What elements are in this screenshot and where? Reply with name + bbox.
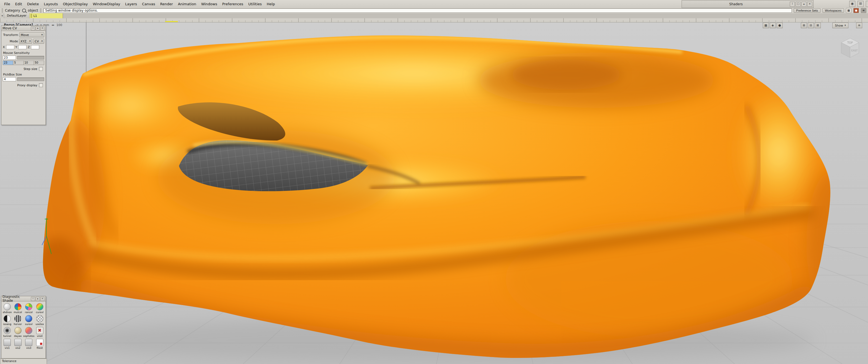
sphere-multicolor-icon xyxy=(14,303,22,310)
move-cv-titlebar[interactable]: Move CV i ▴ × xyxy=(1,26,45,31)
zoom-stepper-icon[interactable]: ◄► xyxy=(51,24,54,26)
shade-mode-curevl[interactable]: curevl xyxy=(34,302,45,314)
z-input[interactable] xyxy=(31,45,39,49)
transform-value: Move xyxy=(21,33,40,37)
timeline-ruler[interactable] xyxy=(0,18,868,22)
close-icon[interactable]: × xyxy=(40,297,44,301)
scroll-left-icon[interactable]: ◄ xyxy=(0,13,4,18)
layout-single-icon[interactable]: ⊞ xyxy=(801,23,807,28)
shade-mode-vred[interactable]: vred xyxy=(34,326,45,338)
preset-50[interactable]: 50 xyxy=(34,61,44,65)
timeline-current-range[interactable] xyxy=(165,21,178,22)
perspective-view[interactable]: TOP EAST xyxy=(0,22,868,364)
prompt-drag-handle[interactable] xyxy=(40,8,41,12)
shade-mode-usetex[interactable]: usetex xyxy=(34,314,45,326)
shade-mode-filest[interactable]: filest xyxy=(34,338,45,350)
workspaces-button[interactable]: Workspaces xyxy=(823,8,844,13)
shade-mode-rancol[interactable]: rancol xyxy=(23,302,34,314)
menu-windowdisplay[interactable]: WindowDisplay xyxy=(90,0,123,8)
status-prompt-field[interactable]: Setting window display options. xyxy=(43,8,792,13)
default-layer-tab[interactable]: DefaultLayer xyxy=(4,13,30,18)
panel-close-icon[interactable]: × xyxy=(866,1,868,7)
shade-mode-vis2[interactable]: vis2 xyxy=(12,338,23,350)
view-menu-icon[interactable]: ≡ xyxy=(856,23,862,28)
collapse-icon[interactable]: ▴ xyxy=(36,26,40,30)
preset-10[interactable]: 10 xyxy=(24,61,34,65)
mouse-sensitivity-label: Mouse Sensitivity xyxy=(3,51,45,55)
shaded-view-icon[interactable]: ● xyxy=(777,23,783,28)
layer-l1-tab[interactable]: L1 xyxy=(30,13,63,18)
shade-mode-shdnon[interactable]: shdnon xyxy=(2,302,12,314)
mode-xyz-dropdown[interactable]: XYZ ▼ xyxy=(19,39,32,44)
step-size-checkbox[interactable] xyxy=(39,67,43,71)
menu-file[interactable]: File xyxy=(2,0,13,8)
menu-delete[interactable]: Delete xyxy=(25,0,41,8)
layout-quad-icon[interactable]: ⊠ xyxy=(815,23,821,28)
info-icon[interactable]: i xyxy=(31,26,35,30)
pickbox-value-field[interactable]: 4 xyxy=(3,77,16,81)
viewport-canvas[interactable]: TOP EAST Persp [Camera] -∞ ∞ mm ◄► 100 ▦… xyxy=(0,22,868,364)
mode-cv-dropdown[interactable]: CV ▼ xyxy=(33,39,44,44)
close-icon[interactable]: × xyxy=(40,26,44,30)
close-icon[interactable]: × xyxy=(807,2,812,7)
shade-mode-tunnel[interactable]: tunnel xyxy=(2,326,12,338)
shade-mode-mulcol[interactable]: mulcol xyxy=(12,302,23,314)
layout-split-icon[interactable]: ⊟ xyxy=(808,23,814,28)
camera-zoom-value[interactable]: 100 xyxy=(56,23,62,27)
x-input[interactable] xyxy=(6,45,14,49)
info-icon[interactable]: i xyxy=(31,297,35,301)
pin-icon[interactable]: ◉ xyxy=(849,1,855,7)
proxy-display-checkbox[interactable] xyxy=(39,83,43,87)
shade-mode-horver[interactable]: horver xyxy=(12,314,23,326)
menu-objectdisplay[interactable]: ObjectDisplay xyxy=(60,0,90,8)
menu-layouts[interactable]: Layouts xyxy=(41,0,60,8)
shaders-panel-titlebar[interactable]: Shaders i □ ▴ × xyxy=(682,0,814,8)
transform-dropdown[interactable]: Move ▼ xyxy=(19,32,44,37)
sensitivity-slider[interactable] xyxy=(17,56,44,59)
show-button[interactable]: Show ▼ xyxy=(832,23,848,28)
viewcube-east-label[interactable]: EAST xyxy=(851,49,858,52)
pickbox-slider[interactable] xyxy=(17,78,44,81)
menu-animation[interactable]: Animation xyxy=(175,0,198,8)
collapse-icon[interactable]: ▴ xyxy=(36,297,40,301)
menu-preferences[interactable]: Preferences xyxy=(220,0,246,8)
menu-utilities[interactable]: Utilities xyxy=(246,0,264,8)
viewcube-top-label[interactable]: TOP xyxy=(847,41,853,44)
info-icon[interactable]: i xyxy=(790,2,795,7)
sphere-stripes-icon xyxy=(14,315,22,322)
maximize-icon[interactable]: □ xyxy=(796,2,801,7)
snapshot-icon[interactable]: ⊞ xyxy=(858,1,864,7)
tolerance-bar[interactable]: Tolerance xyxy=(0,359,47,364)
preset-23[interactable]: 23 xyxy=(3,61,13,65)
shade-mode-vis1[interactable]: vis1 xyxy=(2,338,12,350)
menu-windows[interactable]: Windows xyxy=(198,0,220,8)
menu-help[interactable]: Help xyxy=(264,0,278,8)
titlebar-tool-icons: ◉ ⊞ × xyxy=(848,1,868,7)
menu-render[interactable]: Render xyxy=(158,0,175,8)
search-icon[interactable] xyxy=(22,8,26,12)
shade-mode-sophotos[interactable]: sophotos xyxy=(23,326,34,338)
wireframe-icon[interactable]: ◈ xyxy=(770,23,776,28)
preference-sets-button[interactable]: Preference Sets xyxy=(794,8,820,13)
record-icon[interactable]: ● xyxy=(854,8,859,13)
shade-mode-dayao[interactable]: dayao xyxy=(12,326,23,338)
menu-canvas[interactable]: Canvas xyxy=(140,0,158,8)
collapse-icon[interactable]: ▴ xyxy=(801,2,806,7)
diagnostic-shade-titlebar[interactable]: Diagnostic Shade i ▴ × xyxy=(1,296,45,302)
preset-5[interactable]: 5 xyxy=(13,61,24,65)
grid-toggle-icon[interactable]: ▦ xyxy=(763,23,769,28)
object-filter-value[interactable]: object xyxy=(28,8,38,12)
palette-icon[interactable]: ▦ xyxy=(846,8,851,13)
sensitivity-value-field[interactable]: 23 xyxy=(3,56,16,60)
tolerance-label: Tolerance xyxy=(2,359,16,363)
sphere-surface-eval-icon xyxy=(25,315,32,322)
toolbar-drag-handle[interactable] xyxy=(2,8,3,12)
shade-mode-isoang[interactable]: isoang xyxy=(2,314,12,326)
menu-layers[interactable]: Layers xyxy=(123,0,140,8)
options-icon[interactable]: ≡ xyxy=(861,8,866,13)
y-input[interactable] xyxy=(18,45,27,49)
shade-mode-vis3[interactable]: vis3 xyxy=(23,338,34,350)
shade-label: surevl xyxy=(25,323,33,326)
menu-edit[interactable]: Edit xyxy=(13,0,25,8)
shade-mode-surevl[interactable]: surevl xyxy=(23,314,34,326)
